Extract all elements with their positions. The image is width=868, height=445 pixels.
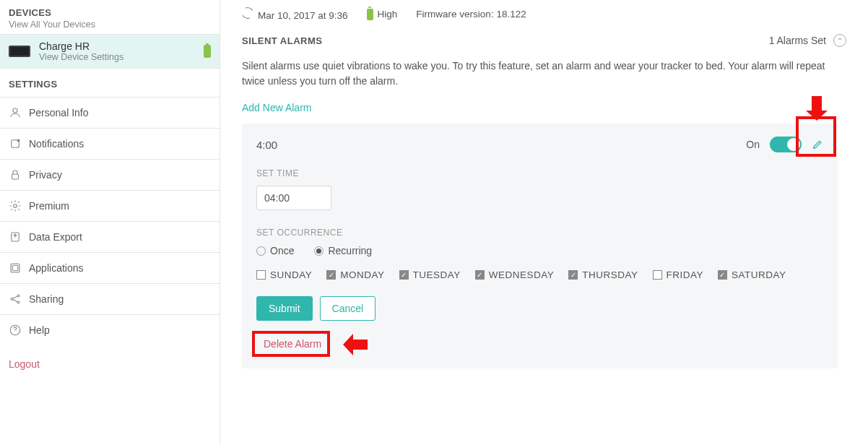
- sidebar-item-label: Notifications: [29, 138, 84, 150]
- device-name: Charge HR: [39, 40, 123, 52]
- checkbox-icon: [256, 270, 266, 280]
- sidebar-item-label: Sharing: [29, 293, 64, 305]
- alarm-time-display: 4:00: [256, 139, 277, 151]
- checkbox-icon: ✓: [326, 270, 336, 280]
- sidebar-item-label: Data Export: [29, 231, 82, 243]
- occurrence-row: Once Recurring: [256, 245, 823, 256]
- day-wednesday[interactable]: ✓WEDNESDAY: [475, 269, 555, 280]
- day-tuesday[interactable]: ✓TUESDAY: [399, 269, 461, 280]
- sidebar-item-help[interactable]: Help: [0, 314, 220, 345]
- device-sub: View Device Settings: [39, 52, 123, 62]
- sidebar-item-label: Applications: [29, 262, 84, 274]
- chevron-up-icon: ⌃: [833, 34, 846, 47]
- alarm-toggle-group: On: [746, 137, 823, 152]
- section-header: SILENT ALARMS 1 Alarms Set ⌃: [242, 34, 846, 47]
- sync-status: Mar 10, 2017 at 9:36: [242, 7, 348, 21]
- apps-icon: [9, 262, 29, 275]
- sidebar: DEVICES View All Your Devices Charge HR …: [0, 0, 220, 445]
- sidebar-item-privacy[interactable]: Privacy: [0, 159, 220, 190]
- device-image: [9, 46, 30, 57]
- help-icon: [9, 324, 29, 337]
- edit-icon[interactable]: [812, 139, 823, 150]
- svg-point-4: [14, 204, 17, 208]
- radio-icon: [314, 246, 324, 256]
- checkbox-icon: ✓: [399, 270, 409, 280]
- days-row: SUNDAY ✓MONDAY ✓TUESDAY ✓WEDNESDAY ✓THUR…: [256, 269, 823, 280]
- sidebar-item-premium[interactable]: Premium: [0, 190, 220, 221]
- alarm-header: 4:00 On: [256, 137, 823, 152]
- checkbox-icon: [653, 270, 662, 280]
- status-row: Mar 10, 2017 at 9:36 High Firmware versi…: [242, 7, 846, 21]
- svg-point-8: [11, 298, 13, 301]
- battery-icon: [204, 45, 211, 58]
- alarm-toggle[interactable]: [770, 137, 802, 152]
- radio-icon: [256, 246, 266, 256]
- section-title: SILENT ALARMS: [242, 35, 322, 46]
- checkbox-icon: ✓: [718, 270, 727, 280]
- button-row: Submit Cancel: [256, 296, 823, 321]
- devices-title: DEVICES: [9, 7, 211, 18]
- sidebar-item-label: Premium: [29, 200, 69, 212]
- radio-once[interactable]: Once: [256, 245, 294, 256]
- sidebar-item-label: Privacy: [29, 169, 62, 181]
- firmware-status: Firmware version: 18.122: [416, 9, 526, 20]
- alarms-set-label: 1 Alarms Set: [769, 35, 826, 46]
- day-sunday[interactable]: SUNDAY: [256, 269, 312, 280]
- checkbox-icon: ✓: [475, 270, 485, 280]
- day-friday[interactable]: FRIDAY: [653, 269, 704, 280]
- svg-rect-7: [12, 265, 18, 271]
- main-content: Mar 10, 2017 at 9:36 High Firmware versi…: [220, 0, 868, 445]
- svg-rect-3: [12, 174, 19, 179]
- sidebar-item-label: Personal Info: [29, 107, 89, 118]
- notification-icon: [9, 137, 29, 150]
- cancel-button[interactable]: Cancel: [320, 296, 376, 321]
- sidebar-item-personal-info[interactable]: Personal Info: [0, 97, 220, 128]
- sidebar-item-notifications[interactable]: Notifications: [0, 128, 220, 159]
- sidebar-item-applications[interactable]: Applications: [0, 252, 220, 283]
- add-new-alarm-link[interactable]: Add New Alarm: [242, 102, 311, 113]
- annotation-arrow-left: [343, 334, 368, 355]
- day-monday[interactable]: ✓MONDAY: [326, 269, 384, 280]
- checkbox-icon: ✓: [568, 270, 578, 280]
- delete-wrap: Delete Alarm: [256, 334, 329, 354]
- lock-icon: [9, 168, 29, 181]
- alarms-set-toggle[interactable]: 1 Alarms Set ⌃: [769, 34, 846, 47]
- annotation-arrow-down: [806, 96, 828, 118]
- radio-recurring[interactable]: Recurring: [314, 245, 372, 256]
- submit-button[interactable]: Submit: [256, 296, 313, 321]
- toggle-label: On: [746, 139, 760, 150]
- sidebar-item-data-export[interactable]: Data Export: [0, 221, 220, 252]
- svg-point-10: [17, 301, 19, 303]
- day-saturday[interactable]: ✓SATURDAY: [718, 269, 786, 280]
- share-icon: [9, 293, 29, 306]
- devices-header: DEVICES View All Your Devices: [0, 0, 220, 34]
- day-thursday[interactable]: ✓THURSDAY: [568, 269, 638, 280]
- logout-row: Logout: [0, 345, 220, 383]
- set-time-label: SET TIME: [256, 168, 823, 178]
- section-description: Silent alarms use quiet vibrations to wa…: [242, 59, 834, 89]
- devices-subtitle[interactable]: View All Your Devices: [9, 20, 211, 30]
- export-icon: [9, 230, 29, 243]
- gear-icon: [9, 199, 29, 212]
- svg-point-9: [17, 295, 19, 297]
- device-row-charge-hr[interactable]: Charge HR View Device Settings: [0, 34, 220, 69]
- settings-title: SETTINGS: [0, 69, 220, 97]
- sidebar-item-sharing[interactable]: Sharing: [0, 283, 220, 314]
- battery-status: High: [367, 9, 398, 20]
- set-occurrence-label: SET OCCURRENCE: [256, 228, 823, 238]
- sync-icon: [240, 6, 256, 21]
- annotation-box-edit: [796, 116, 836, 157]
- svg-point-2: [17, 139, 19, 142]
- logout-link[interactable]: Logout: [9, 358, 40, 370]
- sidebar-item-label: Help: [29, 324, 50, 336]
- svg-point-0: [13, 108, 17, 113]
- time-input[interactable]: [256, 186, 331, 210]
- person-icon: [9, 106, 29, 119]
- alarm-card: 4:00 On SET TIME SET OCCURRENCE Once Rec…: [242, 124, 838, 368]
- delete-alarm-link[interactable]: Delete Alarm: [256, 334, 329, 354]
- battery-icon: [367, 9, 373, 20]
